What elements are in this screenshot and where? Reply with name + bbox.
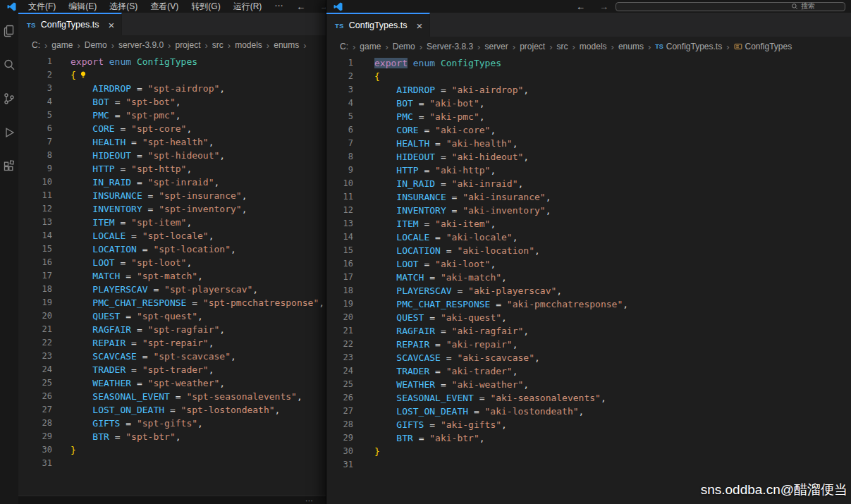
tab-configtypes[interactable]: TS ConfigTypes.ts ×	[326, 13, 430, 37]
code-line[interactable]: 28 GIFTS = "aki-gifts",	[326, 418, 851, 431]
code-line[interactable]: 14 LOCALE = "aki-locale",	[326, 231, 851, 244]
code-line[interactable]: 25 WEATHER = "aki-weather",	[326, 378, 851, 391]
close-tab-icon[interactable]: ×	[416, 20, 422, 31]
code-line[interactable]: 5 PMC = "aki-pmc",	[326, 110, 851, 123]
code-line[interactable]: 29 BTR = "spt-btr",	[18, 430, 326, 443]
code-editor-spt[interactable]: 1export enum ConfigTypes2{3 AIRDROP = "s…	[18, 55, 326, 496]
code-line[interactable]: 29 BTR = "aki-btr",	[326, 431, 851, 445]
code-editor-aki[interactable]: 1export enum ConfigTypes2{3 AIRDROP = "a…	[326, 56, 851, 504]
explorer-icon[interactable]	[0, 14, 18, 48]
code-line[interactable]: 27 LOST_ON_DEATH = "aki-lostondeath",	[326, 405, 851, 418]
code-line[interactable]: 9 HTTP = "aki-http",	[326, 164, 851, 177]
code-line[interactable]: 28 GIFTS = "spt-gifts",	[18, 417, 326, 430]
breadcrumb-item[interactable]: C:	[31, 40, 41, 50]
code-line[interactable]: 11 INSURANCE = "spt-insurance",	[18, 189, 326, 202]
code-line[interactable]: 9 HTTP = "spt-http",	[18, 162, 326, 176]
code-line[interactable]: 6 CORE = "aki-core",	[326, 123, 851, 137]
code-line[interactable]: 11 INSURANCE = "aki-insurance",	[326, 190, 851, 204]
code-line[interactable]: 3 AIRDROP = "spt-airdrop",	[18, 82, 326, 95]
code-line[interactable]: 23 SCAVCASE = "spt-scavcase",	[18, 350, 326, 363]
code-line[interactable]: 26 SEASONAL_EVENT = "spt-seasonalevents"…	[18, 390, 326, 403]
history-back-button[interactable]: ←	[289, 1, 312, 12]
code-line[interactable]: 15 LOCATION = "aki-location",	[326, 244, 851, 257]
menu-item[interactable]: 运行(R)	[227, 1, 269, 13]
breadcrumb-item[interactable]: server-3.9.0	[118, 40, 164, 50]
code-line[interactable]: 6 CORE = "spt-core",	[18, 122, 326, 135]
code-line[interactable]: 17 MATCH = "spt-match",	[18, 269, 326, 283]
code-line[interactable]: 26 SEASONAL_EVENT = "aki-seasonalevents"…	[326, 391, 851, 405]
code-line[interactable]: 13 ITEM = "aki-item",	[326, 217, 851, 231]
breadcrumb-item[interactable]: game	[51, 40, 73, 50]
code-line[interactable]: 1export enum ConfigTypes	[326, 56, 851, 70]
code-line[interactable]: 2{	[18, 68, 326, 82]
breadcrumb-item[interactable]: enums	[273, 40, 300, 50]
breadcrumb-item[interactable]: project	[174, 40, 201, 50]
code-line[interactable]: 5 PMC = "spt-pmc",	[18, 109, 326, 122]
search-input[interactable]: 搜索	[616, 2, 845, 11]
code-line[interactable]: 18 PLAYERSCAV = "aki-playerscav",	[326, 284, 851, 297]
code-line[interactable]: 2{	[326, 70, 851, 83]
breadcrumb-item[interactable]: project	[519, 42, 546, 51]
code-line[interactable]: 16 LOOT = "spt-loot",	[18, 256, 326, 269]
close-tab-icon[interactable]: ×	[108, 20, 114, 30]
code-line[interactable]: 31	[18, 457, 326, 470]
code-line[interactable]: 30}	[18, 443, 326, 457]
breadcrumb-item[interactable]: src	[212, 40, 224, 50]
code-line[interactable]: 8 HIDEOUT = "spt-hideout",	[18, 149, 326, 162]
search-icon[interactable]	[0, 48, 18, 82]
breadcrumb-file[interactable]: TSConfigTypes.ts	[654, 42, 723, 51]
code-line[interactable]: 22 REPAIR = "spt-repair",	[18, 336, 326, 350]
code-line[interactable]: 15 LOCATION = "spt-location",	[18, 242, 326, 256]
breadcrumb-item[interactable]: enums	[618, 42, 644, 51]
code-line[interactable]: 13 ITEM = "spt-item",	[18, 216, 326, 229]
breadcrumb-item[interactable]: models	[579, 42, 608, 51]
code-line[interactable]: 20 QUEST = "aki-quest",	[326, 311, 851, 324]
code-line[interactable]: 4 BOT = "aki-bot",	[326, 97, 851, 110]
code-line[interactable]: 8 HIDEOUT = "aki-hideout",	[326, 150, 851, 164]
code-line[interactable]: 14 LOCALE = "spt-locale",	[18, 229, 326, 242]
menu-item[interactable]: 选择(S)	[103, 1, 144, 13]
code-line[interactable]: 24 TRADER = "spt-trader",	[18, 363, 326, 376]
breadcrumb-item[interactable]: Demo	[392, 42, 416, 51]
breadcrumb-item[interactable]: Server-3.8.3	[426, 42, 474, 51]
menu-item[interactable]: 编辑(E)	[62, 1, 103, 13]
menu-item[interactable]: 文件(F)	[22, 1, 62, 13]
history-forward-button[interactable]: →	[592, 1, 616, 12]
breadcrumb-item[interactable]: game	[359, 42, 381, 51]
source-control-icon[interactable]	[0, 82, 18, 116]
menu-item[interactable]: 查看(V)	[144, 1, 185, 13]
history-back-button[interactable]: ←	[569, 1, 592, 12]
code-line[interactable]: 24 TRADER = "aki-trader",	[326, 364, 851, 378]
lightbulb-icon[interactable]	[80, 69, 87, 82]
breadcrumb-item[interactable]: src	[556, 42, 569, 51]
code-line[interactable]: 18 PLAYERSCAV = "spt-playerscav",	[18, 283, 326, 296]
breadcrumb-item[interactable]: Demo	[84, 40, 108, 50]
code-line[interactable]: 21 RAGFAIR = "aki-ragfair",	[326, 324, 851, 338]
code-line[interactable]: 10 IN_RAID = "spt-inraid",	[18, 176, 326, 189]
run-and-debug-icon[interactable]	[0, 116, 18, 149]
history-forward-button[interactable]: →	[312, 1, 326, 12]
code-line[interactable]: 31	[326, 458, 851, 472]
menu-item[interactable]: 转到(G)	[185, 1, 226, 13]
code-line[interactable]: 7 HEALTH = "aki-health",	[326, 137, 851, 150]
menu-item[interactable]: ⋯	[268, 1, 289, 13]
code-line[interactable]: 25 WEATHER = "spt-weather",	[18, 376, 326, 390]
code-line[interactable]: 3 AIRDROP = "aki-airdrop",	[326, 83, 851, 97]
code-line[interactable]: 12 INVENTORY = "spt-inventory",	[18, 202, 326, 216]
breadcrumb-item[interactable]: models	[234, 40, 263, 50]
breadcrumb-item[interactable]: C:	[339, 42, 349, 51]
extensions-icon[interactable]	[0, 149, 18, 183]
code-line[interactable]: 12 INVENTORY = "aki-inventory",	[326, 204, 851, 217]
code-line[interactable]: 23 SCAVCASE = "aki-scavcase",	[326, 351, 851, 364]
code-line[interactable]: 4 BOT = "spt-bot",	[18, 95, 326, 109]
code-line[interactable]: 7 HEALTH = "spt-health",	[18, 135, 326, 149]
more-actions-icon[interactable]: ⋯	[305, 497, 313, 504]
code-line[interactable]: 10 IN_RAID = "aki-inraid",	[326, 177, 851, 190]
code-line[interactable]: 17 MATCH = "aki-match",	[326, 271, 851, 284]
code-line[interactable]: 19 PMC_CHAT_RESPONSE = "spt-pmcchatrespo…	[18, 296, 326, 309]
code-line[interactable]: 20 QUEST = "spt-quest",	[18, 309, 326, 323]
breadcrumb-symbol[interactable]: ConfigTypes	[733, 42, 793, 51]
breadcrumb-item[interactable]: server	[484, 42, 508, 51]
code-line[interactable]: 30}	[326, 445, 851, 458]
tab-configtypes[interactable]: TS ConfigTypes.ts ×	[18, 13, 122, 35]
